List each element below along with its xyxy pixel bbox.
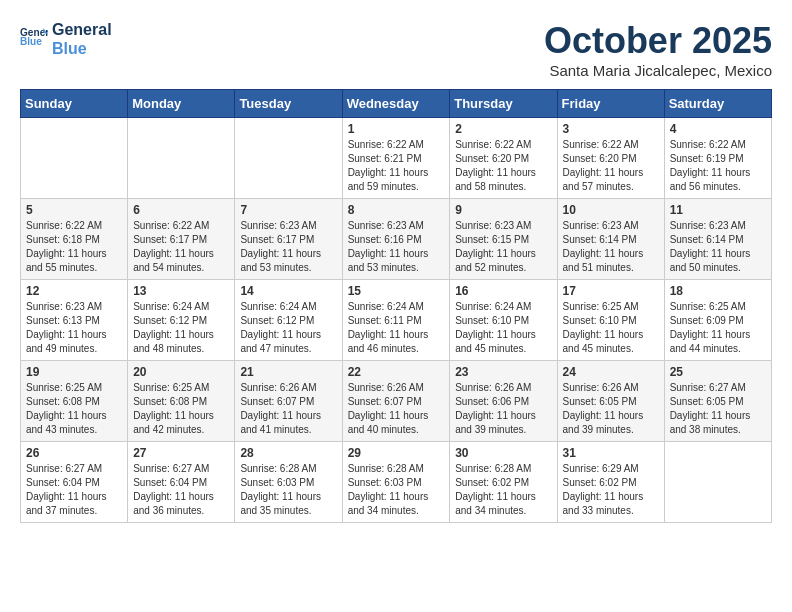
- day-number: 15: [348, 284, 445, 298]
- day-content: Sunrise: 6:22 AM Sunset: 6:20 PM Dayligh…: [455, 138, 551, 194]
- calendar-week-row: 1Sunrise: 6:22 AM Sunset: 6:21 PM Daylig…: [21, 118, 772, 199]
- day-number: 3: [563, 122, 659, 136]
- table-row: 19Sunrise: 6:25 AM Sunset: 6:08 PM Dayli…: [21, 361, 128, 442]
- day-content: Sunrise: 6:28 AM Sunset: 6:03 PM Dayligh…: [348, 462, 445, 518]
- table-row: 15Sunrise: 6:24 AM Sunset: 6:11 PM Dayli…: [342, 280, 450, 361]
- location-subtitle: Santa Maria Jicalcalepec, Mexico: [544, 62, 772, 79]
- svg-text:Blue: Blue: [20, 36, 42, 47]
- day-number: 1: [348, 122, 445, 136]
- table-row: [664, 442, 771, 523]
- day-content: Sunrise: 6:25 AM Sunset: 6:10 PM Dayligh…: [563, 300, 659, 356]
- day-content: Sunrise: 6:24 AM Sunset: 6:12 PM Dayligh…: [240, 300, 336, 356]
- day-number: 8: [348, 203, 445, 217]
- day-number: 22: [348, 365, 445, 379]
- day-content: Sunrise: 6:24 AM Sunset: 6:10 PM Dayligh…: [455, 300, 551, 356]
- day-content: Sunrise: 6:26 AM Sunset: 6:05 PM Dayligh…: [563, 381, 659, 437]
- table-row: 1Sunrise: 6:22 AM Sunset: 6:21 PM Daylig…: [342, 118, 450, 199]
- day-number: 25: [670, 365, 766, 379]
- day-number: 10: [563, 203, 659, 217]
- day-content: Sunrise: 6:29 AM Sunset: 6:02 PM Dayligh…: [563, 462, 659, 518]
- day-content: Sunrise: 6:23 AM Sunset: 6:14 PM Dayligh…: [670, 219, 766, 275]
- table-row: 20Sunrise: 6:25 AM Sunset: 6:08 PM Dayli…: [128, 361, 235, 442]
- table-row: 8Sunrise: 6:23 AM Sunset: 6:16 PM Daylig…: [342, 199, 450, 280]
- day-number: 6: [133, 203, 229, 217]
- table-row: 12Sunrise: 6:23 AM Sunset: 6:13 PM Dayli…: [21, 280, 128, 361]
- day-content: Sunrise: 6:27 AM Sunset: 6:04 PM Dayligh…: [26, 462, 122, 518]
- table-row: [21, 118, 128, 199]
- day-content: Sunrise: 6:27 AM Sunset: 6:04 PM Dayligh…: [133, 462, 229, 518]
- day-content: Sunrise: 6:28 AM Sunset: 6:02 PM Dayligh…: [455, 462, 551, 518]
- table-row: [128, 118, 235, 199]
- logo-text-general: General: [52, 20, 112, 39]
- table-row: 28Sunrise: 6:28 AM Sunset: 6:03 PM Dayli…: [235, 442, 342, 523]
- day-content: Sunrise: 6:23 AM Sunset: 6:14 PM Dayligh…: [563, 219, 659, 275]
- col-header-monday: Monday: [128, 90, 235, 118]
- day-content: Sunrise: 6:28 AM Sunset: 6:03 PM Dayligh…: [240, 462, 336, 518]
- col-header-thursday: Thursday: [450, 90, 557, 118]
- calendar-table: SundayMondayTuesdayWednesdayThursdayFrid…: [20, 89, 772, 523]
- table-row: 22Sunrise: 6:26 AM Sunset: 6:07 PM Dayli…: [342, 361, 450, 442]
- day-number: 9: [455, 203, 551, 217]
- col-header-saturday: Saturday: [664, 90, 771, 118]
- day-number: 7: [240, 203, 336, 217]
- day-content: Sunrise: 6:24 AM Sunset: 6:11 PM Dayligh…: [348, 300, 445, 356]
- table-row: 11Sunrise: 6:23 AM Sunset: 6:14 PM Dayli…: [664, 199, 771, 280]
- calendar-week-row: 5Sunrise: 6:22 AM Sunset: 6:18 PM Daylig…: [21, 199, 772, 280]
- col-header-sunday: Sunday: [21, 90, 128, 118]
- col-header-friday: Friday: [557, 90, 664, 118]
- table-row: 2Sunrise: 6:22 AM Sunset: 6:20 PM Daylig…: [450, 118, 557, 199]
- day-content: Sunrise: 6:24 AM Sunset: 6:12 PM Dayligh…: [133, 300, 229, 356]
- day-content: Sunrise: 6:26 AM Sunset: 6:07 PM Dayligh…: [240, 381, 336, 437]
- col-header-tuesday: Tuesday: [235, 90, 342, 118]
- day-number: 26: [26, 446, 122, 460]
- table-row: [235, 118, 342, 199]
- day-content: Sunrise: 6:22 AM Sunset: 6:17 PM Dayligh…: [133, 219, 229, 275]
- table-row: 4Sunrise: 6:22 AM Sunset: 6:19 PM Daylig…: [664, 118, 771, 199]
- title-block: October 2025 Santa Maria Jicalcalepec, M…: [544, 20, 772, 79]
- day-number: 28: [240, 446, 336, 460]
- calendar-week-row: 12Sunrise: 6:23 AM Sunset: 6:13 PM Dayli…: [21, 280, 772, 361]
- day-content: Sunrise: 6:26 AM Sunset: 6:06 PM Dayligh…: [455, 381, 551, 437]
- table-row: 14Sunrise: 6:24 AM Sunset: 6:12 PM Dayli…: [235, 280, 342, 361]
- month-title: October 2025: [544, 20, 772, 62]
- day-number: 16: [455, 284, 551, 298]
- day-content: Sunrise: 6:22 AM Sunset: 6:19 PM Dayligh…: [670, 138, 766, 194]
- day-number: 31: [563, 446, 659, 460]
- table-row: 23Sunrise: 6:26 AM Sunset: 6:06 PM Dayli…: [450, 361, 557, 442]
- table-row: 30Sunrise: 6:28 AM Sunset: 6:02 PM Dayli…: [450, 442, 557, 523]
- table-row: 31Sunrise: 6:29 AM Sunset: 6:02 PM Dayli…: [557, 442, 664, 523]
- logo-icon: General Blue: [20, 25, 48, 53]
- day-number: 4: [670, 122, 766, 136]
- day-number: 12: [26, 284, 122, 298]
- day-content: Sunrise: 6:25 AM Sunset: 6:09 PM Dayligh…: [670, 300, 766, 356]
- day-number: 29: [348, 446, 445, 460]
- day-number: 18: [670, 284, 766, 298]
- day-content: Sunrise: 6:27 AM Sunset: 6:05 PM Dayligh…: [670, 381, 766, 437]
- day-content: Sunrise: 6:22 AM Sunset: 6:18 PM Dayligh…: [26, 219, 122, 275]
- table-row: 27Sunrise: 6:27 AM Sunset: 6:04 PM Dayli…: [128, 442, 235, 523]
- day-content: Sunrise: 6:25 AM Sunset: 6:08 PM Dayligh…: [26, 381, 122, 437]
- table-row: 21Sunrise: 6:26 AM Sunset: 6:07 PM Dayli…: [235, 361, 342, 442]
- logo: General Blue General Blue: [20, 20, 112, 58]
- table-row: 5Sunrise: 6:22 AM Sunset: 6:18 PM Daylig…: [21, 199, 128, 280]
- day-number: 27: [133, 446, 229, 460]
- calendar-week-row: 19Sunrise: 6:25 AM Sunset: 6:08 PM Dayli…: [21, 361, 772, 442]
- day-content: Sunrise: 6:22 AM Sunset: 6:21 PM Dayligh…: [348, 138, 445, 194]
- day-number: 21: [240, 365, 336, 379]
- table-row: 10Sunrise: 6:23 AM Sunset: 6:14 PM Dayli…: [557, 199, 664, 280]
- calendar-week-row: 26Sunrise: 6:27 AM Sunset: 6:04 PM Dayli…: [21, 442, 772, 523]
- day-number: 23: [455, 365, 551, 379]
- day-content: Sunrise: 6:23 AM Sunset: 6:15 PM Dayligh…: [455, 219, 551, 275]
- logo-text-blue: Blue: [52, 39, 112, 58]
- table-row: 13Sunrise: 6:24 AM Sunset: 6:12 PM Dayli…: [128, 280, 235, 361]
- table-row: 29Sunrise: 6:28 AM Sunset: 6:03 PM Dayli…: [342, 442, 450, 523]
- table-row: 26Sunrise: 6:27 AM Sunset: 6:04 PM Dayli…: [21, 442, 128, 523]
- day-number: 13: [133, 284, 229, 298]
- table-row: 3Sunrise: 6:22 AM Sunset: 6:20 PM Daylig…: [557, 118, 664, 199]
- table-row: 7Sunrise: 6:23 AM Sunset: 6:17 PM Daylig…: [235, 199, 342, 280]
- table-row: 17Sunrise: 6:25 AM Sunset: 6:10 PM Dayli…: [557, 280, 664, 361]
- table-row: 9Sunrise: 6:23 AM Sunset: 6:15 PM Daylig…: [450, 199, 557, 280]
- day-number: 20: [133, 365, 229, 379]
- day-content: Sunrise: 6:26 AM Sunset: 6:07 PM Dayligh…: [348, 381, 445, 437]
- col-header-wednesday: Wednesday: [342, 90, 450, 118]
